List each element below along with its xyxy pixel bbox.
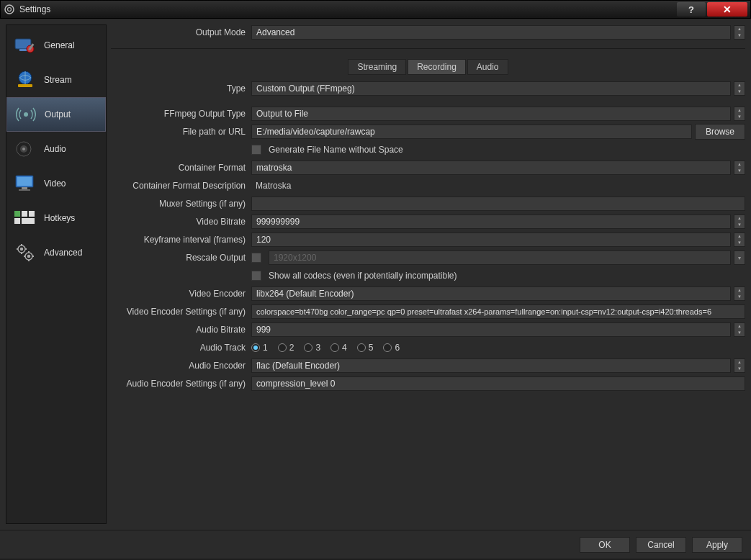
app-icon: [4, 4, 15, 15]
sidebar-item-output[interactable]: Output: [6, 97, 106, 132]
rescale-output-placeholder: 1920x1200: [274, 253, 316, 263]
sidebar: General Stream Output Audio Video Hotkey…: [6, 24, 107, 524]
ffmpeg-output-type-value: Output to File: [256, 109, 308, 119]
audio-track-radio-5[interactable]: [357, 343, 366, 352]
type-select[interactable]: Custom Output (FFmpeg): [251, 81, 731, 96]
audio-track-radio-6[interactable]: [383, 343, 392, 352]
svg-point-24: [28, 256, 30, 258]
apply-button[interactable]: Apply: [692, 537, 742, 553]
svg-point-1: [8, 8, 12, 12]
audio-encoder-value: flac (Default Encoder): [256, 361, 340, 371]
audio-encoder-stepper[interactable]: ▲▼: [734, 358, 745, 373]
ok-button[interactable]: OK: [580, 537, 630, 553]
sidebar-item-video[interactable]: Video: [6, 166, 106, 201]
window-title: Settings: [19, 4, 675, 14]
audio-bitrate-value: 999: [256, 325, 271, 335]
browse-button[interactable]: Browse: [695, 124, 745, 140]
video-encoder-select[interactable]: libx264 (Default Encoder): [251, 286, 731, 301]
svg-point-11: [22, 148, 25, 150]
svg-rect-20: [22, 218, 35, 224]
audio-bitrate-input[interactable]: 999: [251, 322, 731, 337]
sidebar-item-advanced[interactable]: Advanced: [6, 235, 106, 270]
gears-icon: [14, 242, 37, 263]
audio-encoder-label: Audio Encoder: [111, 361, 251, 371]
audio-enc-settings-value: compression_level 0: [256, 379, 335, 389]
output-mode-label: Output Mode: [111, 27, 251, 37]
output-mode-stepper[interactable]: ▲▼: [734, 25, 745, 40]
broadcast-icon: [14, 104, 37, 125]
audio-bitrate-stepper[interactable]: ▲▼: [734, 322, 745, 337]
show-all-codecs-checkbox[interactable]: [251, 271, 261, 281]
video-bitrate-stepper[interactable]: ▲▼: [734, 214, 745, 229]
audio-enc-settings-input[interactable]: compression_level 0: [251, 376, 745, 391]
keyframe-interval-label: Keyframe interval (frames): [111, 235, 251, 245]
sidebar-item-label: Hotkeys: [44, 213, 75, 223]
audio-track-radio-3[interactable]: [304, 343, 312, 352]
container-desc-label: Container Format Description: [111, 181, 251, 191]
gen-no-space-checkbox[interactable]: [251, 145, 261, 155]
show-all-codecs-label: Show all codecs (even if potentially inc…: [269, 271, 457, 281]
titlebar: Settings ? ✕: [0, 0, 751, 19]
dialog-footer: OK Cancel Apply: [0, 530, 751, 559]
cancel-button[interactable]: Cancel: [636, 537, 686, 553]
container-format-value: matroska: [256, 163, 292, 173]
tab-audio[interactable]: Audio: [467, 59, 508, 75]
tab-streaming[interactable]: Streaming: [348, 59, 406, 75]
audio-track-option-label: 4: [342, 343, 347, 353]
keyframe-interval-stepper[interactable]: ▲▼: [734, 232, 745, 247]
video-encoder-label: Video Encoder: [111, 289, 251, 299]
help-button[interactable]: ?: [677, 2, 706, 17]
video-enc-settings-input[interactable]: colorspace=bt470bg color_range=pc qp=0 p…: [251, 304, 745, 319]
tab-recording[interactable]: Recording: [408, 59, 466, 75]
container-format-stepper[interactable]: ▲▼: [734, 161, 745, 175]
type-stepper[interactable]: ▲▼: [734, 81, 745, 96]
sidebar-item-label: Stream: [44, 75, 72, 85]
tabs: Streaming Recording Audio: [111, 59, 745, 75]
audio-track-radio-2[interactable]: [278, 343, 287, 352]
muxer-settings-input[interactable]: [251, 197, 745, 211]
svg-rect-18: [29, 211, 35, 217]
type-value: Custom Output (FFmpeg): [256, 83, 355, 94]
video-bitrate-value: 999999999: [256, 217, 300, 227]
type-label: Type: [111, 83, 251, 94]
keyframe-interval-input[interactable]: 120: [251, 232, 731, 247]
sidebar-item-stream[interactable]: Stream: [6, 63, 106, 97]
sidebar-item-general[interactable]: General: [6, 28, 106, 63]
output-mode-select[interactable]: Advanced: [251, 25, 731, 40]
audio-track-option-label: 1: [263, 343, 268, 353]
video-encoder-stepper[interactable]: ▲▼: [734, 286, 745, 301]
output-mode-value: Advanced: [256, 27, 294, 37]
file-path-input[interactable]: E:/media/video/capture/rawcap: [251, 125, 692, 139]
svg-rect-7: [18, 84, 32, 87]
audio-track-radio-4[interactable]: [330, 343, 339, 352]
ffmpeg-output-type-stepper[interactable]: ▲▼: [734, 107, 745, 121]
sidebar-item-hotkeys[interactable]: Hotkeys: [6, 201, 106, 235]
svg-rect-16: [14, 211, 20, 217]
video-bitrate-label: Video Bitrate: [111, 217, 251, 227]
rescale-output-dropdown[interactable]: ▾: [734, 250, 745, 265]
video-encoder-value: libx264 (Default Encoder): [256, 289, 354, 299]
svg-rect-19: [14, 218, 20, 224]
sidebar-item-label: Audio: [44, 144, 66, 154]
close-button[interactable]: ✕: [707, 2, 747, 17]
container-format-select[interactable]: matroska: [251, 161, 731, 175]
monitor-icon: [14, 173, 37, 194]
svg-rect-13: [17, 177, 32, 186]
speaker-icon: [14, 138, 37, 160]
svg-rect-14: [22, 187, 27, 189]
audio-bitrate-label: Audio Bitrate: [111, 325, 251, 335]
svg-rect-15: [19, 189, 30, 191]
audio-track-option-label: 5: [369, 343, 374, 353]
rescale-output-label: Rescale Output: [111, 253, 251, 263]
audio-track-radio-1[interactable]: [251, 343, 260, 352]
svg-point-8: [24, 112, 28, 117]
audio-enc-settings-label: Audio Encoder Settings (if any): [111, 379, 251, 389]
rescale-output-checkbox[interactable]: [251, 253, 261, 263]
sidebar-item-audio[interactable]: Audio: [6, 132, 106, 166]
audio-encoder-select[interactable]: flac (Default Encoder): [251, 358, 731, 373]
ffmpeg-output-type-select[interactable]: Output to File: [251, 107, 731, 121]
ffmpeg-output-type-label: FFmpeg Output Type: [111, 109, 251, 119]
file-path-label: File path or URL: [111, 127, 251, 137]
video-bitrate-input[interactable]: 999999999: [251, 214, 731, 229]
file-path-value: E:/media/video/capture/rawcap: [256, 127, 375, 137]
